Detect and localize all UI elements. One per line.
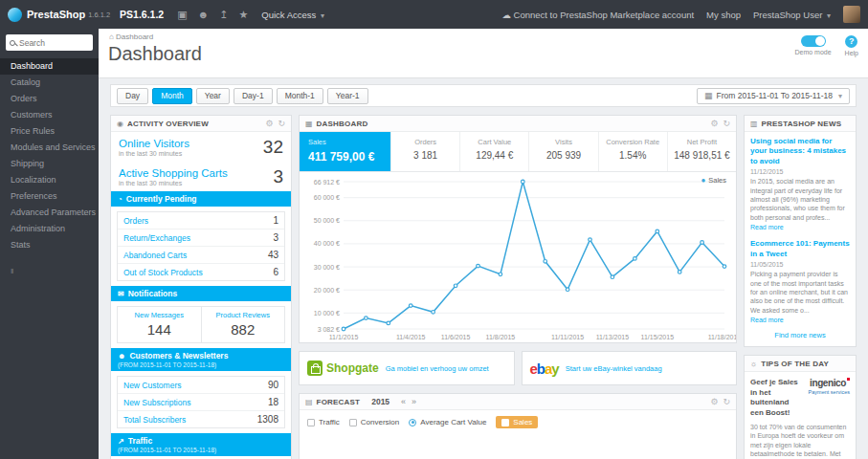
sidebar-item-customers[interactable]: Customers bbox=[0, 107, 99, 123]
tips-body: 30 tot 70% van de consumenten in Europa … bbox=[745, 421, 856, 459]
sidebar-item-modules[interactable]: Modules and Services bbox=[0, 140, 99, 156]
date-range-picker[interactable]: ▦ From 2015-11-01 To 2015-11-18 ▾ bbox=[697, 88, 850, 104]
kpi-visits[interactable]: Visits 205 939 bbox=[529, 132, 598, 171]
clock-icon: ◔ bbox=[118, 195, 122, 204]
sidebar-item-orders[interactable]: Orders bbox=[0, 91, 99, 107]
filter-day-button[interactable]: Day bbox=[117, 88, 148, 104]
news-article-title[interactable]: Ecommerce 101: Payments in a Tweet bbox=[750, 239, 850, 259]
pending-row-abandoned-carts: Abandoned Carts 43 bbox=[118, 247, 284, 264]
filter-month-1-button[interactable]: Month-1 bbox=[277, 88, 323, 104]
dashboard-columns: ◉ ACTIVITY OVERVIEW ⚙ ↻ Online Visitors … bbox=[110, 115, 857, 459]
notifications-grid: New Messages 144 Product Reviews 882 bbox=[117, 306, 285, 343]
avatar[interactable] bbox=[843, 6, 860, 23]
sidebar-item-localization[interactable]: Localization bbox=[0, 172, 99, 188]
my-shop-link[interactable]: My shop bbox=[706, 10, 741, 20]
new-subscriptions-link[interactable]: New Subscriptions bbox=[123, 398, 190, 407]
kpi-net-profit[interactable]: Net Profit 148 918,51 € bbox=[668, 132, 736, 171]
kpi-cart-value[interactable]: Cart Value 129,44 € bbox=[460, 132, 529, 171]
legend-conversion-toggle[interactable]: Conversion bbox=[349, 418, 399, 426]
news-article-title[interactable]: Using social media for your business: 4 … bbox=[750, 137, 850, 166]
next-icon[interactable]: » bbox=[412, 397, 416, 406]
gear-icon[interactable]: ⚙ bbox=[710, 119, 718, 128]
main-area: ⌂ Dashboard Dashboard Demo mode ? Help D… bbox=[99, 29, 868, 459]
pending-row-orders: Orders 1 bbox=[118, 212, 284, 230]
search-input[interactable] bbox=[19, 38, 89, 48]
user-menu[interactable]: PrestaShop User ▾ bbox=[753, 10, 831, 20]
read-more-link[interactable]: Read more bbox=[750, 317, 850, 323]
checkbox-icon bbox=[501, 419, 509, 426]
breadcrumb[interactable]: ⌂ Dashboard bbox=[109, 33, 153, 41]
sidebar-item-dashboard[interactable]: Dashboard bbox=[0, 58, 99, 75]
quick-access-menu[interactable]: Quick Access ▾ bbox=[261, 10, 324, 20]
chart-legend-sales[interactable]: ● Sales bbox=[701, 176, 726, 185]
active-carts-value: 3 bbox=[273, 167, 283, 186]
sidebar-item-stats[interactable]: Stats bbox=[0, 237, 99, 253]
trophy-icon[interactable]: ★ bbox=[238, 9, 248, 21]
legend-avg-cart-value-toggle[interactable]: Average Cart Value bbox=[409, 418, 486, 426]
shop-name[interactable]: PS1.6.1.2 bbox=[120, 9, 164, 20]
cart-icon[interactable]: ▣ bbox=[177, 9, 187, 21]
kpi-orders[interactable]: Orders 3 181 bbox=[391, 132, 460, 171]
kpi-sales[interactable]: Sales 411 759,00 € bbox=[300, 132, 391, 171]
gear-icon[interactable]: ⚙ bbox=[265, 119, 273, 128]
svg-text:30 000 €: 30 000 € bbox=[314, 264, 340, 271]
total-subscribers-link[interactable]: Total Subscribers bbox=[123, 415, 186, 425]
dashboard-icon: ▦ bbox=[305, 120, 313, 128]
news-panel-header: ▥ PRESTASHOP NEWS bbox=[745, 116, 856, 132]
sidebar-search[interactable] bbox=[6, 34, 93, 51]
prestashop-admin: PrestaShop 1.6.1.2 PS1.6.1.2 ▣ ☻ ↥ ★ Qui… bbox=[0, 0, 868, 459]
caret-down-icon: ▾ bbox=[321, 11, 324, 20]
demo-mode-toggle[interactable] bbox=[801, 35, 826, 47]
filter-year-1-button[interactable]: Year-1 bbox=[327, 88, 368, 104]
sidebar-item-catalog[interactable]: Catalog bbox=[0, 75, 99, 91]
abandoned-carts-link[interactable]: Abandoned Carts bbox=[123, 251, 187, 260]
out-of-stock-link[interactable]: Out of Stock Products bbox=[123, 268, 203, 277]
activity-icon: ◉ bbox=[117, 120, 123, 128]
legend-traffic-toggle[interactable]: Traffic bbox=[307, 418, 340, 426]
notifications-section-header: ✉ Notifications bbox=[111, 286, 291, 301]
filter-month-button[interactable]: Month bbox=[152, 88, 192, 104]
filter-day-1-button[interactable]: Day-1 bbox=[234, 88, 273, 104]
dashboard-panel-header: ▦ DASHBOARD ⚙ ↻ bbox=[300, 116, 736, 132]
help-icon[interactable]: ? bbox=[845, 35, 857, 48]
orders-link[interactable]: Orders bbox=[123, 216, 148, 226]
new-customers-link[interactable]: New Customers bbox=[123, 381, 181, 390]
sidebar-item-shipping[interactable]: Shipping bbox=[0, 156, 99, 172]
prev-icon[interactable]: « bbox=[401, 397, 406, 406]
filter-year-button[interactable]: Year bbox=[196, 88, 230, 104]
svg-text:60 000 €: 60 000 € bbox=[314, 194, 340, 201]
page-header: ⌂ Dashboard Dashboard Demo mode ? Help bbox=[99, 29, 868, 78]
brand-version: 1.6.1.2 bbox=[88, 11, 110, 19]
online-visitors-link[interactable]: Online Visitors bbox=[119, 138, 189, 149]
refresh-icon[interactable]: ↻ bbox=[723, 119, 730, 128]
sidebar-item-price-rules[interactable]: Price Rules bbox=[0, 123, 99, 140]
caret-down-icon: ▾ bbox=[838, 92, 842, 100]
sidebar-item-advanced-parameters[interactable]: Advanced Parameters bbox=[0, 205, 99, 221]
forecast-year[interactable]: 2015 bbox=[371, 397, 389, 406]
sidebar-collapse-icon[interactable]: ‖ bbox=[11, 267, 99, 275]
active-carts-link[interactable]: Active Shopping Carts bbox=[119, 167, 228, 179]
tips-headline: Geef je Sales in het buitenland een Boos… bbox=[750, 378, 799, 418]
new-messages-cell[interactable]: New Messages 144 bbox=[118, 307, 201, 342]
mail-icon: ✉ bbox=[118, 290, 124, 298]
product-reviews-cell[interactable]: Product Reviews 882 bbox=[201, 307, 285, 342]
shopgate-banner[interactable]: Shopgate Ga mobiel en verhoog uw omzet bbox=[299, 351, 515, 385]
gear-icon[interactable]: ⚙ bbox=[710, 397, 718, 406]
returns-link[interactable]: Return/Exchanges bbox=[123, 233, 190, 243]
legend-sales-toggle[interactable]: Sales bbox=[496, 416, 538, 428]
shopgate-link[interactable]: Ga mobiel en verhoog uw omzet bbox=[386, 364, 489, 373]
marketplace-link[interactable]: ☁ Connect to PrestaShop Marketplace acco… bbox=[501, 10, 694, 20]
customers-section-header: ☻ Customers & Newsletters (FROM 2015-11-… bbox=[111, 348, 291, 371]
kpi-conversion-rate[interactable]: Conversion Rate 1.54% bbox=[599, 132, 668, 171]
checkbox-icon bbox=[307, 419, 315, 426]
sidebar-item-preferences[interactable]: Preferences bbox=[0, 188, 99, 205]
sidebar-item-administration[interactable]: Administration bbox=[0, 221, 99, 237]
ebay-banner[interactable]: ebay Start uw eBay-winkel vandaag bbox=[522, 351, 738, 385]
find-more-news-link[interactable]: Find more news bbox=[745, 327, 856, 346]
upload-icon[interactable]: ↥ bbox=[219, 9, 228, 21]
refresh-icon[interactable]: ↻ bbox=[723, 397, 730, 406]
ebay-link[interactable]: Start uw eBay-winkel vandaag bbox=[566, 364, 662, 373]
refresh-icon[interactable]: ↻ bbox=[278, 119, 285, 128]
read-more-link[interactable]: Read more bbox=[750, 224, 850, 230]
employee-icon[interactable]: ☻ bbox=[198, 9, 210, 21]
